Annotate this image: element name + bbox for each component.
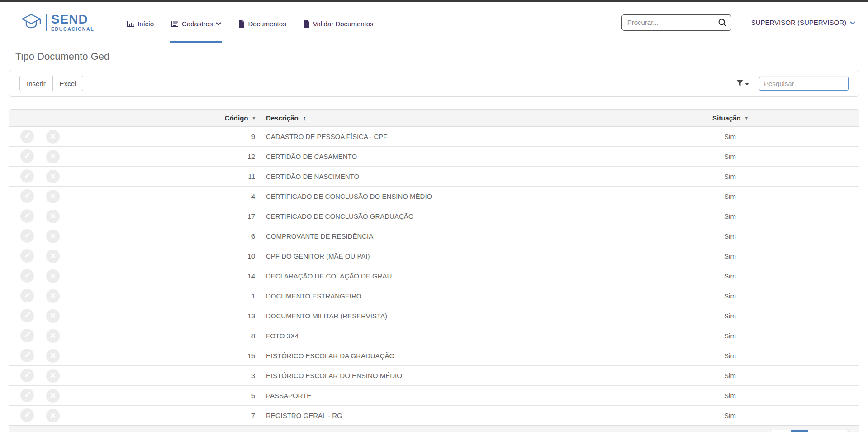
delete-row-button[interactable]	[46, 369, 60, 383]
row-code: 15	[82, 346, 261, 366]
row-code: 8	[82, 326, 261, 346]
descricao-column-header[interactable]: Descrição ↑	[261, 110, 602, 127]
close-icon	[50, 193, 56, 200]
nav-item-cadastros[interactable]: Cadastros	[170, 5, 222, 43]
document-icon	[238, 20, 245, 28]
pagination-page-2-button[interactable]: 2	[808, 430, 825, 432]
close-icon	[50, 173, 56, 180]
edit-row-button[interactable]	[20, 408, 34, 422]
list-icon	[171, 20, 179, 28]
pencil-icon	[24, 232, 30, 240]
edit-row-button[interactable]	[20, 389, 34, 402]
global-search-input[interactable]	[621, 14, 731, 31]
pencil-icon	[24, 212, 30, 220]
edit-row-button[interactable]	[20, 209, 34, 223]
table-row: 11 CERTIDÃO DE NASCIMENTO Sim	[9, 167, 859, 187]
edit-row-button[interactable]	[20, 130, 34, 143]
delete-row-button[interactable]	[46, 210, 60, 223]
pagination-prev-button[interactable]: Ant	[770, 430, 792, 432]
edit-row-button[interactable]	[20, 269, 34, 283]
delete-row-button[interactable]	[46, 250, 60, 263]
nav-item-documentos[interactable]: Documentos	[237, 5, 287, 43]
row-description: PASSAPORTE	[261, 386, 602, 406]
nav-item-inicio[interactable]: Início	[126, 5, 155, 43]
close-icon	[50, 353, 56, 360]
row-code: 12	[82, 147, 261, 167]
table-row: 7 REGISTRO GERAL - RG Sim	[9, 406, 859, 426]
close-icon	[50, 413, 56, 419]
codigo-column-header[interactable]: Código ▾	[82, 110, 261, 127]
edit-row-button[interactable]	[20, 309, 34, 322]
search-icon[interactable]	[718, 18, 727, 29]
delete-row-button[interactable]	[46, 309, 60, 323]
close-icon	[50, 333, 56, 340]
delete-row-button[interactable]	[46, 389, 60, 403]
row-description: COMPROVANTE DE RESIDÊNCIA	[261, 226, 602, 246]
delete-row-button[interactable]	[46, 190, 60, 203]
row-code: 5	[82, 386, 261, 406]
table-search-input[interactable]	[759, 77, 849, 91]
edit-row-button[interactable]	[20, 289, 34, 302]
delete-row-button[interactable]	[46, 150, 60, 163]
row-status: Sim	[602, 246, 859, 266]
delete-row-button[interactable]	[46, 170, 60, 183]
row-code: 6	[82, 226, 261, 246]
close-icon	[50, 154, 56, 160]
nav-label: Cadastros	[182, 20, 213, 28]
table-row: 5 PASSAPORTE Sim	[9, 386, 859, 406]
page-title: Tipo Documento Ged	[15, 51, 868, 62]
row-code: 13	[82, 306, 261, 326]
row-status: Sim	[602, 127, 859, 147]
row-description: CERTIFICADO DE CONCLUSÃO GRADUAÇÃO	[261, 206, 602, 226]
row-code: 11	[82, 167, 261, 187]
brand-logo[interactable]: SEND EDUCACIONAL	[20, 12, 94, 34]
table-footer: Página 1 de 2 Ant 1 2 Seg	[9, 425, 859, 432]
row-description: DOCUMENTO MILITAR (RESERVISTA)	[261, 306, 602, 326]
edit-row-button[interactable]	[20, 169, 34, 183]
toolbar: Inserir Excel	[9, 70, 859, 97]
delete-row-button[interactable]	[46, 130, 60, 144]
row-status: Sim	[602, 286, 859, 306]
nav-item-validar-documentos[interactable]: Validar Documentos	[303, 5, 375, 43]
pencil-icon	[24, 252, 30, 260]
toolbar-button-group: Inserir Excel	[19, 76, 83, 91]
edit-row-button[interactable]	[20, 369, 34, 382]
delete-row-button[interactable]	[46, 289, 60, 303]
documents-table: Código ▾ Descrição ↑ Situação ▾	[9, 110, 859, 425]
inserir-button[interactable]: Inserir	[19, 76, 53, 91]
edit-row-button[interactable]	[20, 189, 34, 203]
pagination-page-1-button[interactable]: 1	[791, 430, 808, 432]
pagination-next-button[interactable]: Seg	[825, 430, 849, 432]
situacao-column-header[interactable]: Situação ▾	[602, 110, 859, 127]
user-menu-label: SUPERVISOR (SUPERVISOR)	[751, 19, 846, 26]
pencil-icon	[24, 372, 30, 379]
actions-column-header	[9, 110, 82, 127]
logo-divider	[46, 14, 47, 31]
delete-row-button[interactable]	[46, 269, 60, 283]
column-label: Situação	[712, 114, 741, 122]
caret-down-icon	[745, 80, 749, 87]
excel-button[interactable]: Excel	[52, 76, 84, 91]
row-status: Sim	[602, 326, 859, 346]
delete-row-button[interactable]	[46, 329, 60, 343]
delete-row-button[interactable]	[46, 230, 60, 243]
row-code: 14	[82, 266, 261, 286]
close-icon	[50, 134, 56, 140]
delete-row-button[interactable]	[46, 409, 60, 422]
edit-row-button[interactable]	[20, 229, 34, 243]
edit-row-button[interactable]	[20, 329, 34, 342]
close-icon	[50, 373, 56, 379]
delete-row-button[interactable]	[46, 349, 60, 363]
filter-button[interactable]	[734, 77, 751, 90]
edit-row-button[interactable]	[20, 349, 34, 362]
row-description: CERTIFICADO DE CONCLUSÃO DO ENSINO MÉDIO	[261, 187, 602, 206]
table-row: 13 DOCUMENTO MILITAR (RESERVISTA) Sim	[9, 306, 859, 326]
row-code: 3	[82, 366, 261, 386]
edit-row-button[interactable]	[20, 149, 34, 163]
row-code: 10	[82, 246, 261, 266]
edit-row-button[interactable]	[20, 249, 34, 263]
logo-sub-text: EDUCACIONAL	[51, 27, 94, 32]
table-row: 15 HISTÓRICO ESCOLAR DA GRADUAÇÃO Sim	[9, 346, 859, 366]
user-menu[interactable]: SUPERVISOR (SUPERVISOR)	[751, 19, 855, 26]
table-row: 6 COMPROVANTE DE RESIDÊNCIA Sim	[9, 226, 859, 246]
